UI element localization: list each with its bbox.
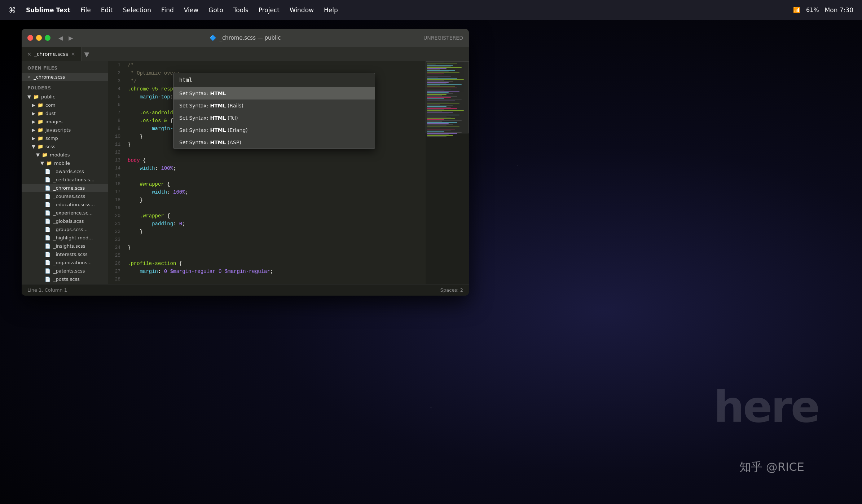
autocomplete-item-html-rails[interactable]: Set Syntax: HTML (Rails) [173,100,375,112]
folder-dust[interactable]: ▶ 📁 dust [22,109,108,118]
folder-images[interactable]: ▶ 📁 images [22,118,108,126]
file-awards[interactable]: 📄 _awards.scss [22,167,108,176]
folder-icon-scmp: 📁 [38,136,43,141]
menubar-tools[interactable]: Tools [233,6,249,14]
folder-arrow-scmp: ▶ [32,136,35,141]
folder-label-scss: scss [45,144,55,149]
folder-label-public: public [41,94,55,100]
menubar-goto[interactable]: Goto [208,6,223,14]
file-courses[interactable]: 📄 _courses.scss [22,192,108,200]
status-spaces: Spaces: 2 [440,287,463,293]
code-line-26: 26 .profile-section { [108,260,426,268]
folder-scss[interactable]: ▼ 📁 scss [22,142,108,151]
folder-label-scmp: scmp [45,136,58,141]
autocomplete-input[interactable] [173,73,375,87]
folder-label-mobile: mobile [54,160,70,166]
folder-expand-icon: ▼ [27,94,31,100]
file-label-cert: _certifications.s... [53,177,94,182]
file-icon-patents: 📄 [45,268,50,274]
window-controls [27,35,50,41]
title-file-icon: 🔷 [210,35,216,41]
file-interests[interactable]: 📄 _interests.scss [22,250,108,258]
code-line-15: 15 [108,172,426,180]
minimap-content [426,62,469,284]
code-line-21: 21 padding: 0; [108,220,426,228]
status-position: Line 1, Column 1 [27,287,67,293]
folder-javascripts[interactable]: ▶ 📁 javascripts [22,126,108,134]
folder-mobile[interactable]: ▼ 📁 mobile [22,159,108,167]
title-bar: ◀ ▶ 🔷 _chrome.scss — public UNREGISTERED [22,29,469,47]
file-experience[interactable]: 📄 _experience.sc... [22,209,108,217]
code-line-13: 13 body { [108,156,426,164]
tab-chrome-scss[interactable]: ✕ _chrome.scss ✕ [22,47,82,61]
folder-icon-com: 📁 [38,102,43,108]
file-certifications[interactable]: 📄 _certifications.s... [22,176,108,184]
file-posts[interactable]: 📄 _posts.scss [22,275,108,283]
tab-close-icon[interactable]: ✕ [71,51,75,57]
folder-arrow-images: ▶ [32,119,35,124]
autocomplete-item-html-asp[interactable]: Set Syntax: HTML (ASP) [173,136,375,149]
folders-label: FOLDERS [22,81,108,93]
editor-body: OPEN FILES ✕ _chrome.scss FOLDERS ▼ 📁 pu… [22,61,469,284]
folder-arrow-scss: ▼ [32,144,35,149]
autocomplete-item-html-tcl[interactable]: Set Syntax: HTML (Tcl) [173,112,375,124]
dropdown-arrow[interactable]: ▼ [84,50,89,58]
code-line-14: 14 width: 100%; [108,164,426,172]
folder-label-js: javascripts [45,127,71,133]
folder-scmp[interactable]: ▶ 📁 scmp [22,134,108,142]
code-line-17: 17 width: 100%; [108,188,426,196]
menubar: ⌘ Sublime Text File Edit Selection Find … [0,0,862,20]
folder-public[interactable]: ▼ 📁 public [22,93,108,101]
desktop-decoration-text: here [714,382,819,432]
file-globals[interactable]: 📄 _globals.scss [22,217,108,225]
file-highlight[interactable]: 📄 _highlight-mod... [22,234,108,242]
menubar-app-name[interactable]: Sublime Text [26,6,70,14]
file-label-experience: _experience.sc... [53,210,93,216]
code-line-29: 29 .title { [108,283,426,284]
file-label-courses: _courses.scss [53,194,85,199]
file-chrome[interactable]: 📄 _chrome.scss [22,184,108,192]
code-line-28: 28 [108,275,426,283]
autocomplete-dropdown: Set Syntax: HTML Set Syntax: HTML (Rails… [173,73,375,149]
menubar-help[interactable]: Help [324,6,338,14]
file-label-highlight: _highlight-mod... [53,235,93,240]
nav-back-arrow[interactable]: ◀ [56,34,65,42]
menubar-selection[interactable]: Selection [123,6,151,14]
file-organizations[interactable]: 📄 _organizations... [22,258,108,267]
folder-com[interactable]: ▶ 📁 com [22,101,108,109]
file-label-education: _education.scss... [53,202,95,207]
file-groups[interactable]: 📄 _groups.scss... [22,225,108,234]
autocomplete-item-html-erlang[interactable]: Set Syntax: HTML (Erlang) [173,124,375,136]
minimap[interactable] [426,61,469,284]
file-education[interactable]: 📄 _education.scss... [22,200,108,209]
editor-window: ◀ ▶ 🔷 _chrome.scss — public UNREGISTERED… [22,29,469,296]
code-line-22: 22 } [108,228,426,236]
code-line-12: 12 [108,149,426,156]
folder-modules[interactable]: ▼ 📁 modules [22,151,108,159]
menubar-project[interactable]: Project [259,6,280,14]
tab-bar: ✕ _chrome.scss ✕ ▼ [22,47,469,61]
file-label-orgs: _organizations... [53,260,92,265]
menubar-right: 📶 61% Mon 7:30 [793,6,853,14]
menubar-view[interactable]: View [184,6,198,14]
file-patents[interactable]: 📄 _patents.scss [22,267,108,275]
menubar-window[interactable]: Window [290,6,314,14]
code-editor-area[interactable]: Set Syntax: HTML Set Syntax: HTML (Rails… [108,61,426,284]
apple-menu[interactable]: ⌘ [9,6,16,14]
folder-label-dust: dust [45,111,56,116]
minimize-button[interactable] [36,35,42,41]
maximize-button[interactable] [45,35,50,41]
menubar-edit[interactable]: Edit [101,6,113,14]
file-icon-interests: 📄 [45,252,50,257]
file-insights[interactable]: 📄 _insights.scss [22,242,108,250]
nav-forward-arrow[interactable]: ▶ [66,34,75,42]
code-line-24: 24 } [108,244,426,252]
file-icon-globals: 📄 [45,218,50,224]
menubar-file[interactable]: File [80,6,91,14]
tab-file-icon: ✕ [27,52,31,57]
folder-icon-public: 📁 [33,94,39,100]
autocomplete-item-html[interactable]: Set Syntax: HTML [173,87,375,100]
sidebar-open-file-chrome[interactable]: ✕ _chrome.scss [22,73,108,81]
menubar-find[interactable]: Find [161,6,174,14]
close-button[interactable] [27,35,33,41]
